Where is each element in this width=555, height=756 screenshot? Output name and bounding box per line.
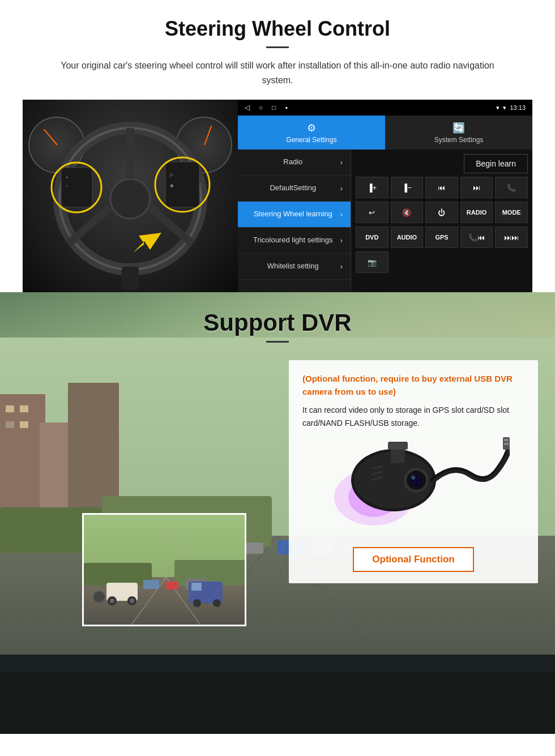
menu-item-radio[interactable]: Radio › <box>238 150 351 176</box>
svg-point-50 <box>93 591 105 603</box>
menu-steering-label: Steering Wheel learning <box>246 210 340 219</box>
chevron-right-icon-2: › <box>340 184 343 193</box>
menu-item-default-setting[interactable]: DefaultSetting › <box>238 176 351 202</box>
dvr-thumbnail <box>82 513 246 626</box>
ctrl-mute[interactable]: 🔇 <box>391 202 424 223</box>
camera-svg <box>317 435 510 537</box>
ctrl-phone[interactable]: 📞 <box>495 177 528 198</box>
wifi-icon: ▾ <box>503 104 506 112</box>
svg-text:+: + <box>66 175 69 180</box>
svg-rect-21 <box>6 405 14 412</box>
dvr-thumb-svg <box>84 515 246 626</box>
steering-wheel-photo: + − ▷ ❋ <box>23 100 238 292</box>
android-body: Radio › DefaultSetting › Steering Wheel … <box>238 150 532 292</box>
gear-icon: ⚙ <box>307 122 316 134</box>
control-buttons-row1: ▐+ ▐− ⏮ ⏭ 📞 <box>356 177 528 198</box>
ctrl-next-track[interactable]: ⏭ <box>460 177 493 198</box>
menu-radio-label: Radio <box>246 157 340 167</box>
control-buttons-row3: DVD AUDIO GPS 📞⏮ ⏭⏭ <box>356 227 528 248</box>
ctrl-gps[interactable]: GPS <box>425 227 458 248</box>
control-buttons-row2: ↩ 🔇 ⏻ RADIO MODE <box>356 202 528 223</box>
recents-icon[interactable]: □ <box>272 104 276 112</box>
dvr-description-text: It can record video only to storage in G… <box>302 404 524 429</box>
svg-point-52 <box>193 599 201 607</box>
back-icon[interactable]: ◁ <box>245 104 250 112</box>
dvr-title: Support DVR <box>0 309 555 336</box>
svg-point-2 <box>110 179 150 219</box>
nav-buttons: ◁ ○ □ ▪ <box>245 104 288 112</box>
dvr-optional-text: (Optional function, require to buy exter… <box>302 373 524 398</box>
ctrl-phone-prev[interactable]: 📞⏮ <box>460 227 493 248</box>
android-ui-panel: ◁ ○ □ ▪ ▾ ▾ 13:13 ⚙ General Settings <box>238 100 532 292</box>
svg-rect-63 <box>388 442 408 450</box>
svg-rect-30 <box>244 543 263 554</box>
svg-text:−: − <box>66 183 69 189</box>
steering-subtitle: Your original car's steering wheel contr… <box>45 58 510 87</box>
ctrl-vol-up[interactable]: ▐+ <box>356 177 388 198</box>
dvr-thumb-inner <box>84 515 245 625</box>
ctrl-back[interactable]: ↩ <box>356 202 388 223</box>
svg-rect-23 <box>6 421 14 428</box>
signal-icon: ▾ <box>496 104 500 112</box>
svg-point-71 <box>412 476 415 480</box>
tab-system-settings[interactable]: 🔄 System Settings <box>385 116 532 150</box>
svg-rect-38 <box>84 563 152 586</box>
ctrl-dvd[interactable]: DVD <box>356 227 388 248</box>
svg-rect-42 <box>143 580 159 589</box>
begin-learn-button[interactable]: Begin learn <box>464 154 528 173</box>
optional-function-button[interactable]: Optional Function <box>353 547 473 572</box>
chevron-right-icon-3: › <box>340 210 343 219</box>
settings-menu: Radio › DefaultSetting › Steering Wheel … <box>238 150 351 292</box>
svg-rect-35 <box>0 672 555 734</box>
ctrl-next-next[interactable]: ⏭⏭ <box>495 227 528 248</box>
steering-title: Steering Wheel Control <box>23 17 532 41</box>
system-icon: 🔄 <box>452 122 465 134</box>
tab-general-settings[interactable]: ⚙ General Settings <box>238 116 385 150</box>
control-buttons-row4: 📷 <box>356 251 528 273</box>
steering-wheel-svg: + − ▷ ❋ <box>23 100 238 292</box>
ctrl-audio[interactable]: AUDIO <box>391 227 424 248</box>
svg-marker-14 <box>133 233 161 253</box>
svg-rect-43 <box>166 582 178 590</box>
chevron-right-icon-4: › <box>340 236 343 245</box>
ctrl-radio[interactable]: RADIO <box>460 202 493 223</box>
svg-text:❋: ❋ <box>170 183 174 189</box>
status-icons: ▾ ▾ 13:13 <box>496 104 526 112</box>
svg-point-48 <box>110 599 114 603</box>
menu-item-steering-wheel[interactable]: Steering Wheel learning › <box>238 202 351 228</box>
dvr-camera-illustration <box>317 435 510 537</box>
svg-text:▷: ▷ <box>170 172 174 177</box>
svg-point-49 <box>130 599 134 603</box>
home-icon[interactable]: ○ <box>259 104 263 112</box>
optional-fn-btn-wrapper: Optional Function <box>302 537 524 572</box>
tab-system-label: System Settings <box>434 136 484 144</box>
dvr-divider <box>266 341 289 343</box>
android-tabs: ⚙ General Settings 🔄 System Settings <box>238 116 532 150</box>
menu-icon[interactable]: ▪ <box>285 104 288 112</box>
tab-general-label: General Settings <box>286 136 336 144</box>
svg-point-53 <box>213 599 221 607</box>
menu-item-whitelist[interactable]: Whitelist setting › <box>238 254 351 280</box>
status-time: 13:13 <box>510 104 526 111</box>
steering-demo-area: + − ▷ ❋ ◁ ○ □ <box>23 100 532 292</box>
chevron-right-icon: › <box>340 158 343 166</box>
ctrl-power[interactable]: ⏻ <box>425 202 458 223</box>
ctrl-vol-down[interactable]: ▐− <box>391 177 424 198</box>
title-divider <box>266 46 289 48</box>
dvr-info-card: (Optional function, require to buy exter… <box>289 360 538 583</box>
svg-rect-24 <box>20 421 28 428</box>
dvr-title-area: Support DVR <box>0 292 555 348</box>
android-status-bar: ◁ ○ □ ▪ ▾ ▾ 13:13 <box>238 100 532 116</box>
svg-rect-22 <box>20 405 28 412</box>
menu-whitelist-label: Whitelist setting <box>246 262 340 271</box>
svg-rect-69 <box>504 439 509 441</box>
ctrl-prev-track[interactable]: ⏮ <box>425 177 458 198</box>
chevron-right-icon-5: › <box>340 262 343 271</box>
svg-rect-54 <box>191 583 202 591</box>
dvr-section: Support DVR <box>0 292 555 734</box>
svg-rect-15 <box>122 267 139 289</box>
ctrl-mode[interactable]: MODE <box>495 202 528 223</box>
ctrl-camera[interactable]: 📷 <box>356 251 388 273</box>
menu-item-tricoloured[interactable]: Tricoloured light settings › <box>238 228 351 254</box>
steering-section: Steering Wheel Control Your original car… <box>0 0 555 292</box>
